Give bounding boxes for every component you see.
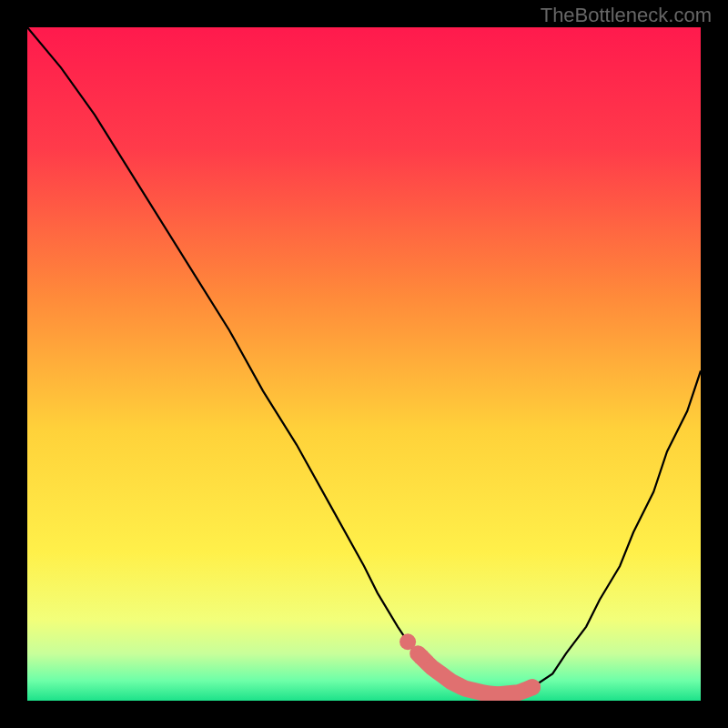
chart-container: TheBottleneck.com	[0, 0, 728, 728]
svg-point-1	[399, 633, 416, 650]
svg-point-2	[413, 649, 430, 665]
plot-area	[27, 27, 701, 701]
highlight-band	[27, 27, 701, 701]
watermark-text: TheBottleneck.com	[541, 4, 712, 27]
svg-point-3	[524, 679, 541, 695]
